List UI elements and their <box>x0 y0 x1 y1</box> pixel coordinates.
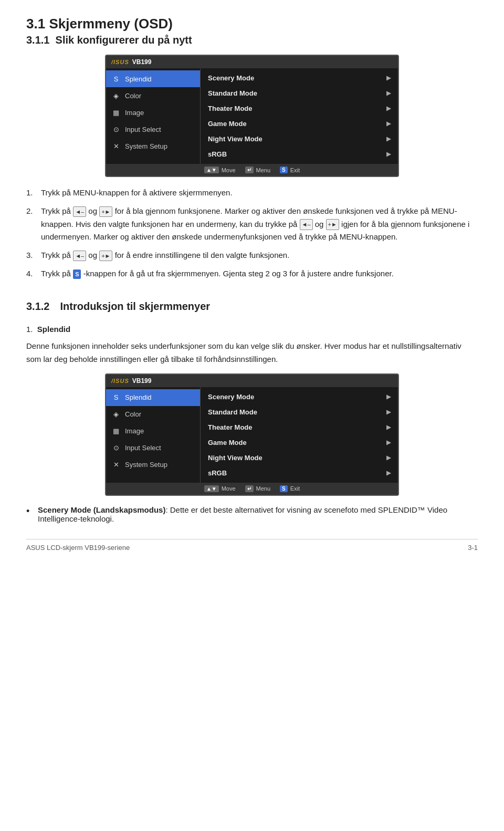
menu-item-system-1: ✕ System Setup <box>106 138 200 154</box>
splendid-subsection: 1. Splendid Denne funksjonen inneholder … <box>26 323 478 366</box>
color-icon-2: ◈ <box>111 410 121 419</box>
right-arrow-key-3: +► <box>99 251 112 261</box>
menu-item-splendid-2: S Splendid <box>106 389 200 406</box>
image-icon-1: ▦ <box>111 108 121 117</box>
instruction-2: 2. Trykk på ◄– og +► for å bla gjennom f… <box>26 205 478 244</box>
instruction-1: 1. Trykk på MENU-knappen for å aktivere … <box>26 186 478 200</box>
monitor-header-1: /ISUS VB199 <box>106 56 398 68</box>
arrow-icon-11: ▶ <box>386 454 391 461</box>
menu-item-color-2: ◈ Color <box>106 406 200 423</box>
menu-item-input-1: ⊙ Input Select <box>106 121 200 138</box>
right-arrow-key: +► <box>99 206 112 217</box>
footer-menu-2: ↵ Menu <box>245 485 271 492</box>
menu-item-image-2: ▦ Image <box>106 423 200 440</box>
footer-move-1: ▲▼ Move <box>204 167 236 173</box>
monitor-footer-2: ▲▼ Move ↵ Menu S Exit <box>106 483 398 495</box>
section-312-number: 3.1.2 <box>26 300 49 313</box>
game-mode-2: Game Mode ▶ <box>201 435 398 450</box>
theater-mode-1: Theater Mode ▶ <box>201 101 398 116</box>
night-view-mode-2: Night View Mode ▶ <box>201 450 398 465</box>
menu-icon-2: ↵ <box>245 485 254 492</box>
main-section-heading: 3.1 Skjermmeny (OSD) <box>26 16 478 32</box>
asus-logo-1: /ISUS <box>111 59 129 65</box>
monitor-model-1: VB199 <box>132 58 152 66</box>
menu-item-system-2: ✕ System Setup <box>106 456 200 473</box>
splendid-title: Splendid <box>37 325 70 334</box>
monitor-footer-1: ▲▼ Move ↵ Menu S Exit <box>106 164 398 176</box>
menu-item-image-1: ▦ Image <box>106 104 200 121</box>
left-arrow-key-3: ◄– <box>73 251 86 261</box>
sub-section-heading: 3.1.1 Slik konfigurerer du på nytt <box>26 34 478 46</box>
scenery-mode-title: Scenery Mode (Landskapsmodus) <box>38 505 165 514</box>
system-icon-2: ✕ <box>111 460 121 470</box>
theater-mode-2: Theater Mode ▶ <box>201 420 398 435</box>
s-button-icon: S <box>73 269 81 279</box>
monitor-screenshot-1: /ISUS VB199 S Splendid ◈ Color ▦ Image ⊙… <box>105 55 399 177</box>
srgb-mode-1: sRGB ▶ <box>201 147 398 162</box>
game-mode-1: Game Mode ▶ <box>201 116 398 131</box>
input-icon-1: ⊙ <box>111 124 121 134</box>
arrow-icon-10: ▶ <box>386 439 391 446</box>
left-arrow-key-2: ◄– <box>300 219 313 230</box>
right-menu-2: Scenery Mode ▶ Standard Mode ▶ Theater M… <box>201 387 398 483</box>
footer-exit-2: S Exit <box>280 485 300 492</box>
footer-exit-1: S Exit <box>280 167 300 173</box>
arrow-icon-3: ▶ <box>386 105 391 112</box>
srgb-mode-2: sRGB ▶ <box>201 465 398 481</box>
monitor-model-2: VB199 <box>132 377 152 385</box>
page-footer: ASUS LCD-skjerm VB199-seriene 3-1 <box>26 539 478 552</box>
arrow-icon-9: ▶ <box>386 424 391 431</box>
image-icon-2: ▦ <box>111 427 121 436</box>
instruction-3: 3. Trykk på ◄– og +► for å endre innstil… <box>26 249 478 262</box>
move-icon-2: ▲▼ <box>204 485 219 492</box>
system-icon-1: ✕ <box>111 141 121 151</box>
move-icon-1: ▲▼ <box>204 167 219 173</box>
input-icon-2: ⊙ <box>111 443 121 453</box>
arrow-icon-8: ▶ <box>386 409 391 416</box>
asus-logo-2: /ISUS <box>111 378 129 384</box>
left-arrow-key: ◄– <box>73 206 86 217</box>
monitor-body-2: S Splendid ◈ Color ▦ Image ⊙ Input Selec… <box>106 387 398 483</box>
section-312-title: Introduksjon til skjermmenyer <box>60 300 210 313</box>
menu-item-splendid-1: S Splendid <box>106 70 200 87</box>
arrow-icon-6: ▶ <box>386 151 391 158</box>
right-arrow-key-2: +► <box>326 219 339 230</box>
arrow-icon-2: ▶ <box>386 90 391 97</box>
exit-icon-1: S <box>280 167 288 173</box>
standard-mode-2: Standard Mode ▶ <box>201 404 398 420</box>
standard-mode-1: Standard Mode ▶ <box>201 86 398 101</box>
menu-item-input-2: ⊙ Input Select <box>106 440 200 456</box>
left-menu-2: S Splendid ◈ Color ▦ Image ⊙ Input Selec… <box>106 387 201 483</box>
splendid-description: Denne funksjonen inneholder seks underfu… <box>26 340 478 366</box>
instructions-section: 1. Trykk på MENU-knappen for å aktivere … <box>26 186 478 281</box>
scenery-bullet-item: • Scenery Mode (Landskapsmodus): Dette e… <box>26 505 478 523</box>
instruction-4: 4. Trykk på S -knappen for å gå ut fra s… <box>26 267 478 281</box>
arrow-icon-12: ▶ <box>386 470 391 476</box>
footer-left-text: ASUS LCD-skjerm VB199-seriene <box>26 544 130 552</box>
bullet-dot: • <box>26 505 34 517</box>
monitor-screenshot-2: /ISUS VB199 S Splendid ◈ Color ▦ Image ⊙… <box>105 373 399 496</box>
exit-icon-2: S <box>280 485 288 492</box>
splendid-icon-2: S <box>111 393 121 402</box>
color-icon-1: ◈ <box>111 91 121 100</box>
arrow-icon-7: ▶ <box>386 393 391 400</box>
arrow-icon-4: ▶ <box>386 120 391 127</box>
scenery-mode-1: Scenery Mode ▶ <box>201 70 398 86</box>
monitor-body-1: S Splendid ◈ Color ▦ Image ⊙ Input Selec… <box>106 68 398 164</box>
footer-menu-1: ↵ Menu <box>245 167 271 173</box>
arrow-icon-5: ▶ <box>386 136 391 142</box>
monitor-header-2: /ISUS VB199 <box>106 375 398 387</box>
footer-move-2: ▲▼ Move <box>204 485 236 492</box>
left-menu-1: S Splendid ◈ Color ▦ Image ⊙ Input Selec… <box>106 68 201 164</box>
menu-icon-1: ↵ <box>245 167 254 173</box>
footer-right-text: 3-1 <box>468 544 478 552</box>
splendid-icon-1: S <box>111 74 121 84</box>
menu-item-color-1: ◈ Color <box>106 87 200 104</box>
night-view-mode-1: Night View Mode ▶ <box>201 131 398 147</box>
arrow-icon-1: ▶ <box>386 75 391 81</box>
scenery-mode-2: Scenery Mode ▶ <box>201 389 398 404</box>
right-menu-1: Scenery Mode ▶ Standard Mode ▶ Theater M… <box>201 68 398 164</box>
